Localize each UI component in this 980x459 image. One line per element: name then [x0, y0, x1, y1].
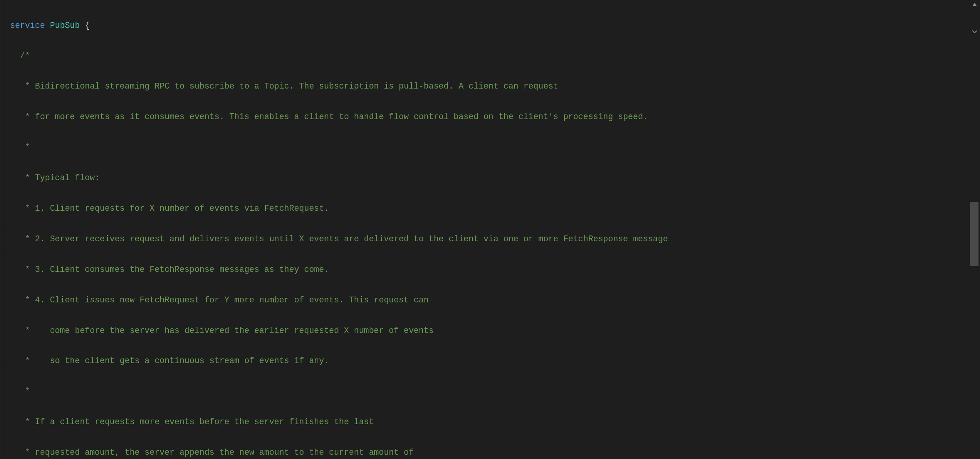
code-line: * 1. Client requests for X number of eve…: [10, 203, 980, 213]
code-line: * 2. Server receives request and deliver…: [10, 234, 980, 244]
code-line: * for more events as it consumes events.…: [10, 112, 980, 122]
editor-pane: service PubSub { /* * Bidirectional stre…: [0, 0, 980, 459]
vertical-scrollbar[interactable]: [969, 0, 980, 459]
code-line: * 4. Client issues new FetchRequest for …: [10, 295, 980, 305]
scroll-track[interactable]: [970, 0, 979, 459]
code-line: * If a client requests more events befor…: [10, 417, 980, 427]
code-line: * 3. Client consumes the FetchResponse m…: [10, 264, 980, 275]
code-line: service PubSub {: [10, 20, 980, 31]
code-line: *: [10, 142, 980, 152]
code-line: * requested amount, the server appends t…: [10, 447, 980, 457]
code-line: * so the client gets a continuous stream…: [10, 356, 980, 366]
code-line: /*: [10, 51, 980, 61]
code-line: *: [10, 386, 980, 396]
keyword-service: service: [10, 21, 45, 30]
type-name: PubSub: [50, 21, 80, 30]
scroll-thumb[interactable]: [970, 202, 978, 266]
code-area[interactable]: service PubSub { /* * Bidirectional stre…: [8, 0, 980, 459]
fold-gutter: [0, 0, 8, 459]
code-line: * come before the server has delivered t…: [10, 326, 980, 336]
fold-guide-outer: [4, 0, 4, 459]
code-line: * Bidirectional streaming RPC to subscri…: [10, 81, 980, 91]
code-line: * Typical flow:: [10, 173, 980, 183]
